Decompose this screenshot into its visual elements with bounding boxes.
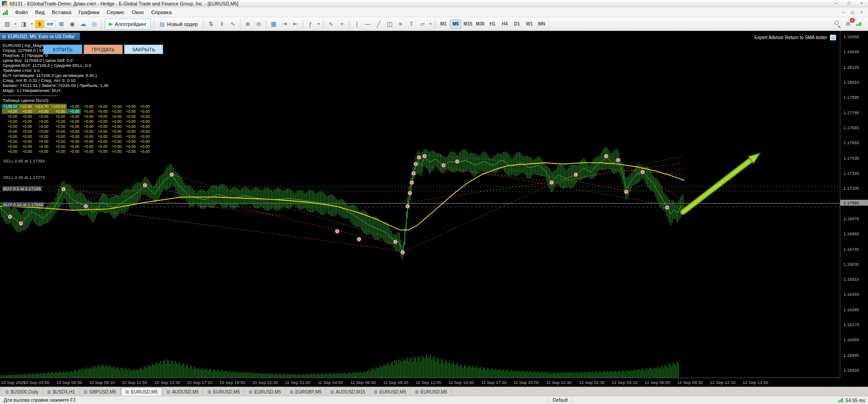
- algotrading-label: Алготрейдинг: [115, 21, 146, 27]
- indicators-dropdown[interactable]: ▾: [316, 19, 321, 29]
- cursor-icon[interactable]: ⇖: [326, 19, 336, 29]
- timeframe-mn-button[interactable]: MN: [536, 20, 547, 29]
- profiles-icon[interactable]: ◨: [19, 19, 29, 29]
- timeframe-h4-button[interactable]: H4: [499, 20, 510, 29]
- ea-table-cell: +0.00: [19, 124, 33, 129]
- new-chart-icon[interactable]: ▧: [2, 19, 12, 29]
- connection-status[interactable]: 54.55 ms: [838, 396, 865, 404]
- chart-tab-10[interactable]: ▥EURUSD,M5: [411, 388, 452, 396]
- grid-icon[interactable]: ▦: [269, 19, 279, 29]
- ea-table-cell: +0.00: [67, 139, 81, 144]
- menu-item-3[interactable]: Графики: [75, 8, 103, 16]
- child-close-button[interactable]: ×: [857, 10, 866, 15]
- ea-smiley-icon[interactable]: ☺: [830, 35, 836, 40]
- ea-table-cell: +0.00: [67, 104, 81, 109]
- chart-tab-4[interactable]: ▥AUDUSD,M5: [162, 388, 203, 396]
- window-titlebar[interactable]: 68131 - EGlobalTrade-Demo: Демо-счет - H…: [0, 0, 868, 7]
- ea-table-cell: +0.00: [50, 124, 67, 129]
- price-axis[interactable]: 1.183551.182401.181251.180101.178951.177…: [840, 31, 868, 378]
- chart-tab-icon: ▥: [330, 389, 334, 394]
- ea-table-cell: +0.00: [2, 144, 19, 149]
- ea-table-cell: +0.00: [95, 144, 109, 149]
- shapes-icon[interactable]: ▱: [417, 19, 427, 29]
- ea-table-cell: +0.00: [2, 109, 19, 114]
- ea-table-cell: +0.00: [50, 134, 67, 139]
- profiles-dropdown[interactable]: ▾: [30, 19, 34, 29]
- ea-buy-button[interactable]: КУПИТЬ: [43, 45, 82, 54]
- chart-tab-1[interactable]: ▥$USDX,H1: [43, 388, 80, 396]
- menu-item-4[interactable]: Сервис: [103, 8, 128, 16]
- menu-item-1[interactable]: Вид: [31, 8, 48, 16]
- channel-icon[interactable]: ◫: [384, 19, 394, 29]
- connection-bars-icon: [838, 398, 843, 402]
- new-order-button[interactable]: ▤Новый ордер: [156, 19, 201, 30]
- market-watch-icon[interactable]: $: [35, 20, 44, 28]
- crosshair-icon[interactable]: +: [337, 19, 347, 29]
- ea-table-cell: +0.00: [81, 124, 95, 129]
- ea-table-cell: +0.00: [137, 114, 151, 119]
- chart-tab-6[interactable]: ▥EURUSD,M5: [244, 388, 285, 396]
- zoom-in-icon[interactable]: ⊕: [243, 19, 253, 29]
- ea-close-button[interactable]: ЗАКРЫТЬ: [124, 45, 163, 54]
- chart-tab-9[interactable]: ▥EURUSD,M5: [369, 388, 410, 396]
- ea-table-cell: +0.00: [81, 109, 95, 114]
- community-icon[interactable]: ◎: [89, 19, 99, 29]
- menu-item-5[interactable]: Окно: [128, 8, 148, 16]
- line-chart-icon[interactable]: ∿: [228, 19, 238, 29]
- ea-table-cell: +0.00: [19, 129, 33, 134]
- minimize-button[interactable]: ─: [830, 0, 843, 7]
- toolbar-separator: [435, 20, 435, 29]
- algotrading-button[interactable]: ▶Алготрейдинг: [105, 19, 151, 30]
- tick-chart-icon[interactable]: ⇅: [206, 19, 216, 29]
- child-restore-button[interactable]: ◱: [848, 10, 857, 15]
- ide-icon[interactable]: IDE: [45, 20, 55, 28]
- auto-scroll-icon[interactable]: ⇥: [279, 19, 289, 29]
- chart-tab-5[interactable]: ▥EURUSD,M5: [203, 388, 244, 396]
- chart-tab-0[interactable]: ▥$US500,Daily: [1, 388, 43, 396]
- record-icon[interactable]: ◉: [67, 19, 77, 29]
- ea-info-line-10: --------------------------------------: [3, 93, 109, 98]
- fibonacci-icon[interactable]: ≡: [395, 19, 405, 29]
- price-chart[interactable]: [0, 31, 840, 378]
- chart-tab-2[interactable]: ▥GBPUSD,M5: [80, 388, 120, 396]
- chart-tab-label: AUDUSD,M5: [172, 389, 199, 394]
- alerts-icon[interactable]: ✉1: [843, 19, 853, 29]
- timeframe-m5-button[interactable]: M5: [450, 20, 461, 29]
- menu-item-0[interactable]: Файл: [11, 8, 31, 16]
- chart-tab-3[interactable]: ▥EURUSD,M5: [121, 387, 162, 396]
- menu-item-2[interactable]: Вставка: [48, 8, 75, 16]
- bars-chart-icon[interactable]: ǁ: [217, 19, 227, 29]
- time-axis[interactable]: 10 Sep 202510 Sep 03:5010 Sep 06:3010 Se…: [0, 378, 840, 387]
- timeframe-d1-button[interactable]: D1: [511, 20, 523, 29]
- chart-tab-icon: ▥: [47, 389, 51, 394]
- search-icon[interactable]: [832, 19, 842, 29]
- performance-icon[interactable]: [854, 19, 864, 29]
- chart-tab-icon: ▥: [415, 389, 419, 394]
- status-profile[interactable]: Default: [548, 397, 573, 403]
- chart-shift-icon[interactable]: ⇤: [290, 19, 300, 29]
- chart-tab-7[interactable]: ▥EURGBP,M5: [285, 388, 326, 396]
- trendline-icon[interactable]: ╱: [374, 19, 384, 29]
- text-tool-icon[interactable]: T: [406, 19, 416, 29]
- maximize-button[interactable]: □: [843, 0, 855, 7]
- timeframe-m15-button[interactable]: M15: [462, 20, 474, 29]
- timeframe-h1-button[interactable]: H1: [487, 20, 498, 29]
- zoom-out-icon[interactable]: ⊖: [254, 19, 264, 29]
- vertical-line-icon[interactable]: |: [352, 19, 362, 29]
- chart-caption[interactable]: ▤ EURUSD, M5: Euro vs US Dollar: [0, 33, 80, 40]
- chart-tab-8[interactable]: ▥AUDUSD,M15: [326, 388, 369, 396]
- child-minimize-button[interactable]: ─: [839, 10, 848, 15]
- cloud-icon[interactable]: ☁: [78, 19, 88, 29]
- horizontal-line-icon[interactable]: —: [363, 19, 373, 29]
- ea-table-row: +139.02+15.50+114.70+103.04+0.00+0.00+0.…: [2, 104, 151, 109]
- timeframe-m1-button[interactable]: M1: [438, 20, 449, 29]
- indicators-icon[interactable]: ƒ: [305, 19, 315, 29]
- timeframe-w1-button[interactable]: W1: [524, 20, 535, 29]
- ea-sell-button[interactable]: ПРОДАТЬ: [84, 45, 123, 54]
- menu-item-6[interactable]: Справка: [148, 8, 175, 16]
- lock-icon[interactable]: ⊠: [56, 19, 66, 29]
- new-chart-dropdown[interactable]: ▾: [13, 19, 18, 29]
- close-button[interactable]: ×: [855, 0, 868, 7]
- shapes-dropdown[interactable]: ▾: [428, 19, 433, 29]
- timeframe-m30-button[interactable]: M30: [474, 20, 486, 29]
